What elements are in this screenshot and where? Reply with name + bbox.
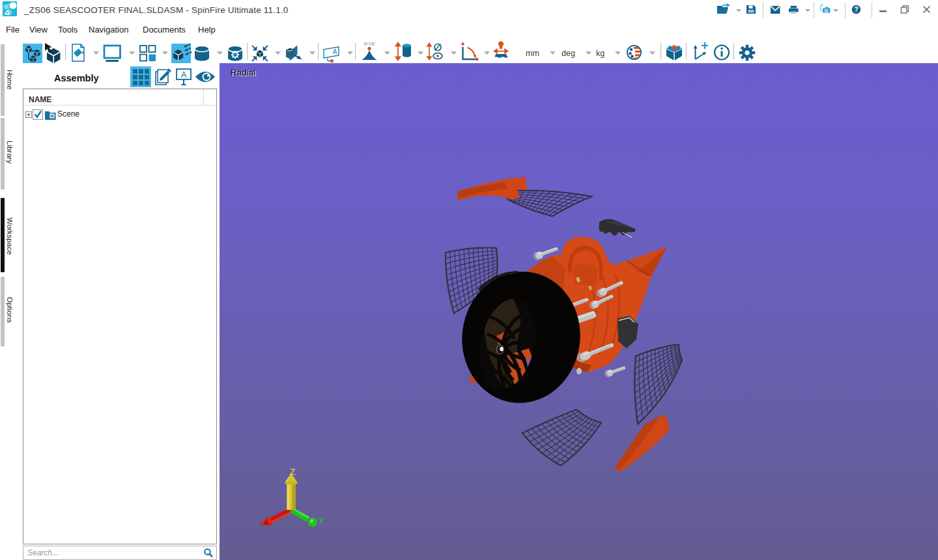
svg-text:(X,Y,Z): (X,Y,Z): [364, 42, 375, 46]
svg-text:?: ?: [854, 5, 858, 13]
svg-text:kg: kg: [596, 49, 604, 58]
svg-text:Z: Z: [290, 467, 295, 477]
svg-text:deg: deg: [561, 49, 575, 58]
svg-text:mm: mm: [526, 49, 539, 58]
svg-text:A: A: [333, 48, 337, 55]
svg-text:A: A: [181, 70, 187, 79]
svg-text:X: X: [259, 518, 265, 527]
svg-text:Y: Y: [319, 516, 324, 525]
